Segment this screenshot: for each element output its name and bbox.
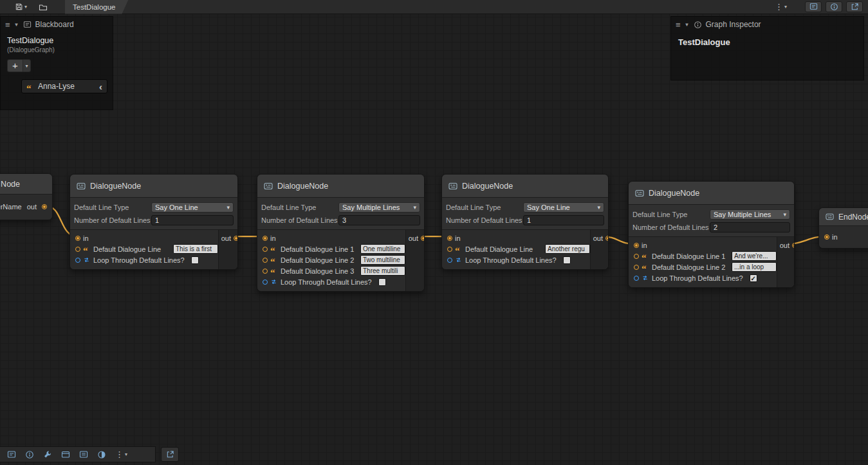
out-port[interactable] bbox=[42, 204, 47, 209]
save-dropdown-icon[interactable]: ▾ bbox=[24, 4, 27, 10]
inspector-toggle-icon[interactable] bbox=[25, 450, 34, 459]
port-label: kerName bbox=[0, 203, 22, 211]
open-window-button[interactable] bbox=[846, 1, 863, 12]
loop-label: Loop Through Default Lines? bbox=[465, 256, 557, 264]
dialogue-line-port[interactable] bbox=[447, 247, 452, 252]
default-line-type-dropdown[interactable]: Say One Line ▾ bbox=[523, 202, 604, 213]
quote-icon: “ bbox=[642, 256, 649, 261]
breadcrumb-tab[interactable]: TestDialogue bbox=[65, 0, 128, 14]
out-port[interactable] bbox=[605, 236, 609, 241]
panel-menu-icon[interactable]: ≡ bbox=[676, 21, 681, 29]
number-of-default-lines-field[interactable]: 1 bbox=[151, 215, 234, 225]
dialogue-line-port[interactable] bbox=[263, 258, 268, 263]
loop-port[interactable] bbox=[634, 276, 639, 281]
default-dialogue-line-field[interactable]: Another regu bbox=[545, 244, 590, 254]
number-of-default-lines-field[interactable]: 2 bbox=[710, 222, 790, 232]
out-port[interactable] bbox=[234, 236, 238, 241]
collapse-chevron-icon[interactable]: ‹ bbox=[99, 82, 102, 91]
blackboard-icon bbox=[23, 21, 32, 29]
preview-toggle-icon[interactable] bbox=[97, 450, 106, 459]
number-of-default-lines-field[interactable]: 1 bbox=[523, 215, 604, 225]
dialogue-node-icon bbox=[264, 182, 273, 191]
end-node[interactable]: EndNode in bbox=[818, 207, 868, 249]
node-0[interactable]: Node kerName out bbox=[0, 173, 53, 220]
dropdown-value: Say One Line bbox=[155, 204, 198, 211]
overflow-menu-button[interactable]: ⋮ ▾ bbox=[775, 3, 787, 11]
chevron-down-icon: ▾ bbox=[226, 204, 230, 211]
node-title-bar[interactable]: DialogueNode bbox=[629, 182, 794, 205]
dialogue-line-port[interactable] bbox=[634, 265, 639, 270]
node-title-bar[interactable]: DialogueNode bbox=[442, 175, 608, 198]
dialogue-node-2[interactable]: DialogueNode Default Line Type Say Multi… bbox=[257, 174, 425, 292]
variables-toggle-icon[interactable] bbox=[79, 450, 88, 459]
node-title-bar[interactable]: EndNode bbox=[819, 208, 868, 226]
loop-checkbox[interactable] bbox=[563, 256, 571, 264]
default-line-type-dropdown[interactable]: Say Multiple Lines ▾ bbox=[710, 209, 790, 220]
node-title-bar[interactable]: DialogueNode bbox=[257, 175, 424, 198]
panel-menu-icon[interactable]: ≡ bbox=[5, 21, 10, 29]
dialogue-line-port[interactable] bbox=[263, 247, 268, 252]
end-node-icon bbox=[826, 213, 834, 221]
open-folder-button[interactable] bbox=[37, 1, 50, 13]
collapse-arrow-icon[interactable]: ▼ bbox=[685, 22, 690, 28]
blackboard-toggle-icon[interactable] bbox=[7, 450, 16, 459]
line-type-label: Default Line Type bbox=[74, 204, 151, 211]
default-dialogue-line-field[interactable]: And we're... bbox=[732, 251, 777, 261]
inspector-panel-button[interactable] bbox=[826, 1, 842, 12]
loop-icon bbox=[83, 256, 91, 263]
blackboard-panel-button[interactable] bbox=[805, 1, 822, 12]
default-line-type-dropdown[interactable]: Say Multiple Lines ▾ bbox=[338, 202, 420, 213]
loop-checkbox[interactable] bbox=[191, 256, 199, 264]
add-variable-button[interactable]: + bbox=[7, 59, 23, 72]
dialogue-line-port[interactable] bbox=[263, 269, 268, 274]
in-port[interactable] bbox=[824, 234, 829, 240]
in-port[interactable] bbox=[447, 236, 452, 241]
default-dialogue-line-field[interactable]: ...in a loop bbox=[732, 262, 777, 272]
in-port[interactable] bbox=[75, 236, 80, 241]
loop-checkbox[interactable]: ✓ bbox=[750, 274, 757, 282]
quote-icon: “ bbox=[83, 249, 91, 254]
dialogue-line-label: Default Dialogue Line 1 bbox=[652, 252, 728, 260]
dialogue-node-4[interactable]: DialogueNode Default Line Type Say Multi… bbox=[628, 181, 795, 288]
dialogue-line-label: Default Dialogue Line 3 bbox=[281, 267, 356, 275]
top-toolbar: ▾ TestDialogue ⋮ ▾ bbox=[0, 0, 868, 14]
dialogue-node-1[interactable]: DialogueNode Default Line Type Say One L… bbox=[69, 174, 238, 270]
graph-inspector-panel[interactable]: ≡ ▼ Graph Inspector TestDialogue bbox=[670, 16, 864, 81]
loop-port[interactable] bbox=[263, 280, 268, 285]
loop-icon bbox=[270, 278, 278, 285]
add-variable-dropdown[interactable]: ▾ bbox=[23, 59, 31, 72]
overflow-menu-button[interactable]: ⋮ ▾ bbox=[115, 450, 127, 459]
dialogue-line-label: Default Dialogue Line 2 bbox=[652, 263, 728, 271]
dialogue-line-port[interactable] bbox=[634, 254, 639, 259]
in-port[interactable] bbox=[263, 236, 268, 241]
collapse-arrow-icon[interactable]: ▼ bbox=[14, 22, 19, 28]
in-port[interactable] bbox=[634, 243, 639, 248]
blackboard-variable-row[interactable]: “ Anna-Lyse ‹ bbox=[21, 79, 107, 93]
default-dialogue-line-field[interactable]: Three multili bbox=[360, 266, 405, 276]
dialogue-line-port[interactable] bbox=[75, 247, 80, 252]
node-title-bar[interactable]: DialogueNode bbox=[70, 175, 237, 198]
count-label: Number of Default Lines bbox=[261, 216, 338, 224]
node-properties: Default Line Type Say One Line ▾ Number … bbox=[70, 198, 237, 230]
loop-port[interactable] bbox=[75, 258, 80, 263]
loop-checkbox[interactable] bbox=[378, 278, 386, 286]
node-title-bar[interactable]: Node bbox=[0, 174, 52, 195]
loop-port[interactable] bbox=[447, 258, 452, 263]
default-dialogue-line-field[interactable]: One multiline bbox=[360, 244, 405, 254]
default-line-type-dropdown[interactable]: Say One Line ▾ bbox=[151, 202, 234, 213]
dialogue-node-3[interactable]: DialogueNode Default Line Type Say One L… bbox=[441, 174, 609, 270]
out-port[interactable] bbox=[421, 236, 425, 241]
number-of-default-lines-field[interactable]: 3 bbox=[338, 215, 420, 225]
out-port[interactable] bbox=[792, 243, 795, 248]
count-label: Number of Default Lines bbox=[446, 216, 523, 224]
quote-icon: “ bbox=[642, 267, 649, 272]
default-dialogue-line-field[interactable]: This is a first bbox=[173, 244, 218, 254]
open-window-button[interactable] bbox=[161, 447, 179, 462]
line-type-label: Default Line Type bbox=[633, 211, 710, 218]
wrench-icon[interactable] bbox=[43, 450, 52, 459]
blackboard-panel[interactable]: ≡ ▼ Blackboard TestDialogue (DialogueGra… bbox=[0, 16, 113, 110]
save-button[interactable]: ▾ bbox=[13, 1, 29, 13]
minimap-toggle-icon[interactable] bbox=[61, 450, 70, 459]
dialogue-line-label: Default Dialogue Line 1 bbox=[281, 245, 356, 253]
default-dialogue-line-field[interactable]: Two multiline bbox=[360, 255, 405, 265]
